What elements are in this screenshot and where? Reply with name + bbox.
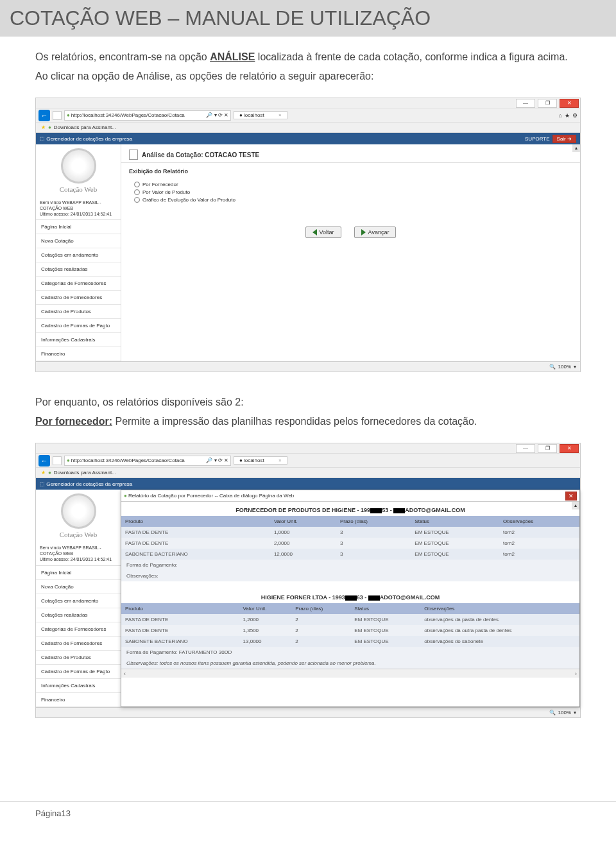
- welcome-line1: Bem vindo WEBAPP BRASIL - COTAÇÃO WEB: [40, 200, 117, 211]
- welcome-text: Bem vindo WEBAPP BRASIL - COTAÇÃO WEB Ul…: [36, 197, 121, 220]
- nav-info-cadastrais[interactable]: Informações Cadastrais: [36, 679, 121, 693]
- dialog-title: ● Relatório da Cotação por Fornecedor --…: [124, 493, 294, 499]
- tab-close-icon[interactable]: ×: [278, 458, 282, 463]
- gear-icon[interactable]: ⚙: [572, 112, 578, 119]
- app-top-bar: ⬚ Gerenciador de cotações da empresa: [36, 478, 580, 490]
- screenshot-1: — ❐ ✕ ← ● http://localhost:34246/WebPage…: [35, 98, 581, 372]
- avancar-button[interactable]: Avançar: [354, 227, 397, 238]
- document-icon: [129, 150, 138, 160]
- nav-financeiro[interactable]: Financeiro: [36, 347, 121, 361]
- fav-globe-icon: ●: [48, 470, 51, 475]
- nav-cadastro-produtos[interactable]: Cadastro de Produtos: [36, 651, 121, 665]
- para1-post: localizada à frente de cada cotação, con…: [255, 51, 567, 62]
- window-min-button[interactable]: —: [516, 444, 535, 453]
- nav-formas-pagto[interactable]: Cadastro de Formas de Pagto: [36, 665, 121, 679]
- nav-formas-pagto[interactable]: Cadastro de Formas de Pagto: [36, 319, 121, 333]
- zoom-icon[interactable]: 🔍: [549, 710, 556, 715]
- suporte-link[interactable]: SUPORTE: [525, 136, 550, 142]
- supplier-2-table: Produto Valor Unit. Prazo (dias) Status …: [121, 603, 579, 647]
- sair-button[interactable]: Sair ➜: [552, 135, 576, 143]
- scroll-left-icon[interactable]: ‹: [124, 671, 126, 677]
- zoom-dropdown-icon[interactable]: ▾: [574, 710, 576, 715]
- por-fornecedor-label: Por fornecedor:: [35, 416, 112, 427]
- window-min-button[interactable]: —: [516, 99, 535, 108]
- favorites-bar: ★ ● Downloads para Assinant...: [36, 123, 580, 133]
- window-close-button[interactable]: ✕: [560, 99, 579, 108]
- radio-por-fornecedor[interactable]: Por Fornecedor: [134, 182, 567, 187]
- nav-categorias-fornecedores[interactable]: Categorias de Fornecedores: [36, 277, 121, 291]
- nav-info-cadastrais[interactable]: Informações Cadastrais: [36, 333, 121, 347]
- sidebar: Cotação Web Bem vindo WEBAPP BRASIL - CO…: [36, 490, 121, 706]
- top-bar-left: ⬚ Gerenciador de cotações da empresa: [40, 481, 132, 487]
- nav-cadastro-produtos[interactable]: Cadastro de Produtos: [36, 305, 121, 319]
- scroll-up-button[interactable]: ▴: [572, 502, 579, 509]
- nav-categorias-fornecedores[interactable]: Categorias de Fornecedores: [36, 622, 121, 637]
- nav-cotacoes-andamento[interactable]: Cotações em andamento: [36, 594, 121, 608]
- nav-pagina-inicial[interactable]: Página Inicial: [36, 566, 121, 580]
- browser-back-button[interactable]: ←: [38, 455, 50, 467]
- col-produto: Produto: [121, 516, 270, 527]
- nav-cotacoes-andamento[interactable]: Cotações em andamento: [36, 248, 121, 262]
- zoom-value: 100%: [558, 364, 571, 370]
- nav-cadastro-fornecedores[interactable]: Cadastro de Fornecedores: [36, 291, 121, 305]
- radio-list: Por Fornecedor Por Valor de Produto Gráf…: [121, 177, 580, 207]
- panel-title: Análise da Cotação: COTACAO TESTE: [142, 151, 259, 158]
- censor-icon: [345, 595, 357, 601]
- status-bar: 🔍 100% ▾: [36, 707, 580, 717]
- report-dialog: ● Relatório da Cotação por Fornecedor --…: [121, 490, 580, 706]
- scroll-up-button[interactable]: ▴: [572, 144, 580, 152]
- zoom-icon[interactable]: 🔍: [549, 364, 556, 370]
- nav-nova-cotacao[interactable]: Nova Cotação: [36, 580, 121, 594]
- screenshot-2: — ❐ ✕ ← ● http://localhost:34246/WebPage…: [35, 443, 581, 717]
- window-close-button[interactable]: ✕: [560, 444, 579, 453]
- zoom-dropdown-icon[interactable]: ▾: [574, 364, 576, 370]
- welcome-text: Bem vindo WEBAPP BRASIL - COTAÇÃO WEB Ul…: [36, 542, 121, 565]
- scroll-right-icon[interactable]: ›: [575, 671, 577, 677]
- address-bar[interactable]: ● http://localhost:34246/WebPages/Cotaca…: [64, 110, 231, 121]
- censor-icon: [393, 508, 405, 513]
- fav-icon[interactable]: ★: [565, 112, 570, 119]
- window-max-button[interactable]: ❐: [538, 99, 557, 108]
- panel-header: Análise da Cotação: COTACAO TESTE: [121, 144, 580, 163]
- radio-por-valor[interactable]: Por Valor de Produto: [134, 189, 567, 195]
- sidebar: Cotação Web Bem vindo WEBAPP BRASIL - CO…: [36, 144, 121, 361]
- fav-item[interactable]: Downloads para Assinant...: [54, 470, 116, 475]
- logo-icon: [61, 493, 96, 529]
- arrow-right-icon: [361, 229, 366, 235]
- nav-financeiro[interactable]: Financeiro: [36, 693, 121, 707]
- tab-label: localhost: [244, 458, 264, 463]
- radio-grafico[interactable]: Gráfico de Evolução do Valor do Produto: [134, 197, 567, 203]
- home-icon[interactable]: ⌂: [559, 112, 562, 119]
- favorites-bar: ★ ● Downloads para Assinant...: [36, 468, 580, 478]
- nav-cadastro-fornecedores[interactable]: Cadastro de Fornecedores: [36, 637, 121, 651]
- app-body: Cotação Web Bem vindo WEBAPP BRASIL - CO…: [36, 490, 580, 706]
- nav-pagina-inicial[interactable]: Página Inicial: [36, 220, 121, 234]
- sup2-pgto: Forma de Pagamento: FATURAMENTO 30DD: [121, 647, 579, 658]
- search-controls: 🔎 ▾ ⟳ ✕: [206, 112, 228, 118]
- table-row: SABONETE BACTERIANO13,00002EM ESTOQUEobs…: [121, 636, 579, 647]
- globe-icon: ●: [67, 458, 70, 463]
- nav-cotacoes-realizadas[interactable]: Cotações realizadas: [36, 262, 121, 277]
- window-max-button[interactable]: ❐: [538, 444, 557, 453]
- nav-nova-cotacao[interactable]: Nova Cotação: [36, 234, 121, 248]
- para-4: Por fornecedor: Permite a impressão das …: [35, 414, 581, 429]
- dialog-close-button[interactable]: ✕: [565, 492, 577, 501]
- supplier-1-table: Produto Valor Unit. Prazo (dias) Status …: [121, 516, 579, 560]
- browser-tab[interactable]: ● localhost ×: [234, 456, 287, 465]
- voltar-button[interactable]: Voltar: [305, 227, 341, 238]
- fav-item[interactable]: Downloads para Assinant...: [54, 124, 116, 130]
- star-icon: ★: [41, 124, 46, 130]
- supplier-1-header: FORNECEDOR DE PRODUTOS DE HIGIENE - 1995…: [121, 502, 579, 516]
- browser-forward-button[interactable]: [53, 111, 62, 120]
- avancar-label: Avançar: [368, 229, 389, 235]
- nav-cotacoes-realizadas[interactable]: Cotações realizadas: [36, 608, 121, 622]
- window-titlebar: — ❐ ✕: [36, 443, 580, 454]
- browser-forward-button[interactable]: [53, 456, 62, 465]
- address-bar[interactable]: ● http://localhost:34246/WebPages/Cotaca…: [64, 456, 231, 466]
- tab-close-icon[interactable]: ×: [278, 112, 282, 118]
- col-valor: Valor Unit.: [270, 516, 336, 527]
- analise-link: ANÁLISE: [210, 51, 255, 62]
- dialog-h-scrollbar[interactable]: ‹ ›: [121, 669, 579, 678]
- browser-tab[interactable]: ● localhost ×: [234, 111, 287, 119]
- browser-back-button[interactable]: ←: [38, 110, 50, 121]
